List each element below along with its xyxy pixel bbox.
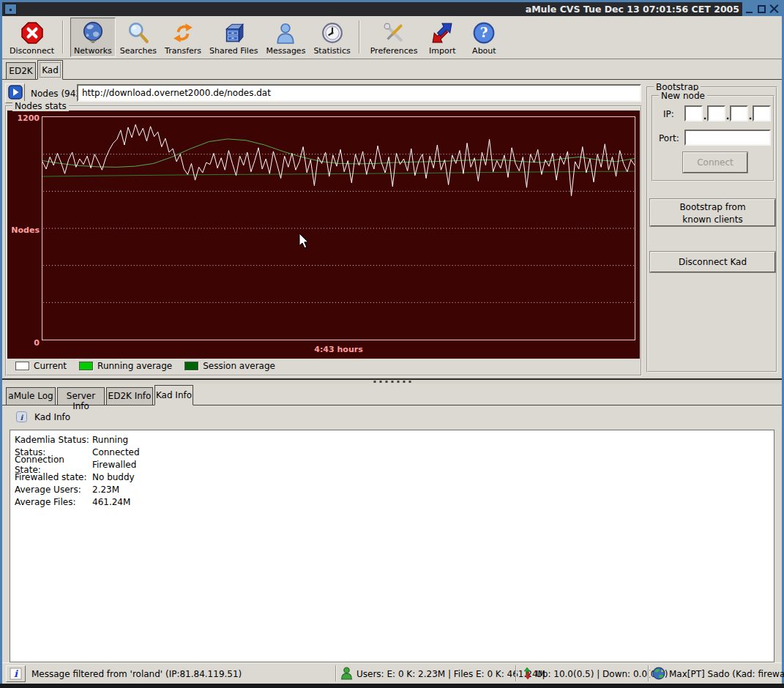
splitter-handle[interactable] [2,377,782,384]
toolbar: Disconnect Networks Searches Transfers [2,16,782,59]
toolbar-disconnect-button[interactable]: Disconnect [6,18,58,57]
toolbar-searches-button[interactable]: Searches [116,18,160,57]
svg-text:?: ? [480,25,488,40]
kad-info-panel: i Kad Info Kademlia Status:Running Statu… [2,405,782,662]
maximize-button[interactable] [757,4,767,15]
splitter-dots [373,381,411,383]
ip-inputs: . . . [684,105,771,121]
x-axis-label: 4:43 hours [42,345,635,354]
tab-ed2k-info[interactable]: ED2K Info [106,387,153,405]
status-info-button[interactable]: i [6,665,26,682]
nodes-stats-groupbox: Nodes stats 1200 Nodes 0 4:43 hours Curr… [5,105,642,376]
magnifier-icon [126,20,151,45]
window-menu-icon [10,9,12,11]
amule-window: aMule CVS Tue Dec 13 07:01:56 CET 2005 D… [0,0,784,688]
up-down-arrows-icon [521,667,533,682]
kad-page: Nodes (943) Nodes stats 1200 Nodes 0 4:4… [2,79,782,377]
network-globe-icon [652,667,665,682]
info-icon: i [16,411,27,422]
toolbar-separator [62,20,64,53]
new-node-groupbox: New node IP: . . . Port: Connect [652,95,774,182]
ip-label: IP: [663,109,674,119]
globe-icon [81,20,105,45]
window-controls [742,2,782,16]
toolbar-preferences-button[interactable]: Preferences [367,18,422,57]
info-i-icon: i [10,668,22,680]
tab-kad[interactable]: Kad [37,60,63,80]
window-title: aMule CVS Tue Dec 13 07:01:56 CET 2005 [526,4,739,15]
legend-swatch-running-average [79,362,93,370]
kad-info-row: Average Files:461.24M [10,496,774,508]
kad-info-row: Kademlia Status:Running [10,433,774,446]
nodes-chart-svg [42,117,635,340]
status-message: Message filtered from 'roland' (IP:81.84… [31,669,242,679]
users-icon [340,667,353,682]
kad-info-header: Kad Info [34,412,70,422]
nodes-stats-title: Nodes stats [12,101,69,111]
new-node-title: New node [659,91,707,101]
close-button[interactable] [769,4,780,15]
nodes-url-input[interactable] [77,84,641,102]
status-bar: i Message filtered from 'roland' (IP:81.… [2,662,782,684]
toolbar-sharedfiles-button[interactable]: Shared Files [206,18,261,57]
person-icon [273,20,298,45]
toolbar-transfers-button[interactable]: Transfers [161,18,205,57]
toolbar-networks-button[interactable]: Networks [70,18,116,57]
legend-swatch-current [15,362,29,370]
toolbar-statistics-button[interactable]: Statistics [310,18,354,57]
toolbar-import-button[interactable]: Import [422,18,463,57]
tab-amule-log[interactable]: aMule Log [6,387,56,405]
info-tabbar: aMule Log Server Info ED2K Info Kad Info [2,384,782,405]
minimize-icon [746,12,753,13]
y-axis-min-label: 0 [26,338,40,348]
plot-frame [42,116,635,340]
port-label: Port: [659,133,679,143]
status-users-files: Users: E: 0 K: 2.23M | Files E: 0 K: 461… [356,669,545,679]
kad-info-row: Firewalled state:No buddy [10,471,774,483]
y-axis-max-label: 1200 [13,113,40,123]
ip-octet-3-input[interactable] [730,105,748,121]
tools-icon [381,20,406,45]
legend-swatch-session-average [184,362,198,370]
kad-info-box: Kademlia Status:Running Status:Connected… [10,430,774,662]
window-bottom-edge [0,684,784,688]
toolbar-about-button[interactable]: ? About [463,18,504,57]
y-axis-title: Nodes [9,225,40,235]
titlebar[interactable]: aMule CVS Tue Dec 13 07:01:56 CET 2005 [2,2,782,16]
minimize-button[interactable] [744,4,755,15]
kad-info-row: Connection State:Firewalled [10,458,774,471]
tab-kad-info[interactable]: Kad Info [154,385,193,405]
window-menu-button[interactable] [4,4,17,15]
nodes-graph: 1200 Nodes 0 4:43 hours [7,111,640,359]
ip-octet-4-input[interactable] [753,105,771,121]
tab-server-info[interactable]: Server Info [57,387,105,405]
network-tabbar: ED2K Kad [2,59,782,79]
kad-info-row: Average Users:2.23M [10,483,774,496]
disconnect-kad-button[interactable]: Disconnect Kad [650,252,775,272]
cabinet-icon [221,20,246,45]
play-icon [8,85,23,102]
toolbar-separator [359,20,360,53]
update-nodes-button[interactable] [5,83,25,103]
status-client-nick: Max[PT] Sado (Kad: firewalled) [669,669,784,679]
toolbar-messages-button[interactable]: Messages [262,18,309,57]
maximize-icon [758,5,766,13]
connect-button[interactable]: Connect [683,152,747,173]
kad-info-row: Status:Connected [10,446,774,458]
import-arrows-icon [430,20,455,45]
chart-legend: Current Running average Session average [15,360,288,372]
stop-x-icon [20,20,45,45]
ip-octet-2-input[interactable] [707,105,725,121]
clock-icon [320,20,345,45]
ip-octet-1-input[interactable] [684,105,703,121]
tab-ed2k[interactable]: ED2K [6,62,36,80]
question-icon: ? [471,20,496,45]
cycle-arrows-icon [171,20,195,45]
bootstrap-groupbox: Bootstrap New node IP: . . . Port: Conne… [646,86,777,373]
bootstrap-known-clients-button[interactable]: Bootstrap from known clients [650,199,775,226]
port-input[interactable] [684,130,771,146]
